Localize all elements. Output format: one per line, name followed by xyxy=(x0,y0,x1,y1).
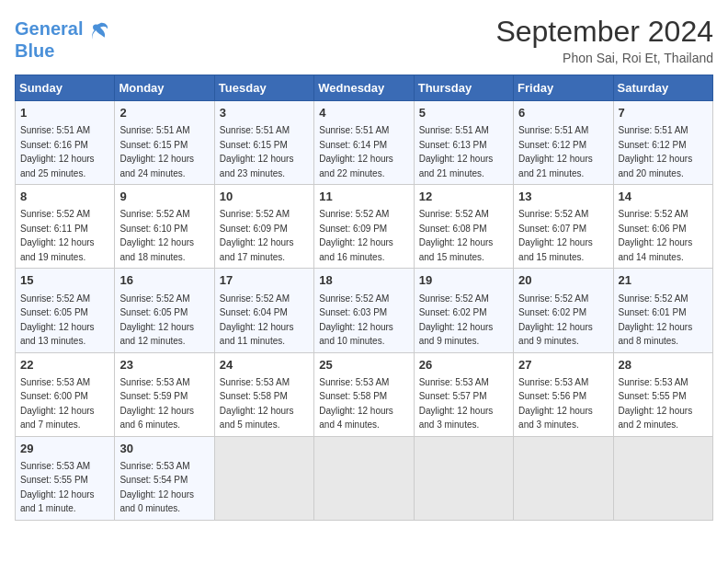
header: General Blue September 2024 Phon Sai, Ro… xyxy=(15,15,713,65)
calendar-cell xyxy=(414,436,513,520)
calendar-cell: 11Sunrise: 5:52 AMSunset: 6:09 PMDayligh… xyxy=(314,185,414,269)
day-number: 30 xyxy=(119,441,209,457)
calendar-row: 29Sunrise: 5:53 AMSunset: 5:55 PMDayligh… xyxy=(16,436,713,520)
logo: General Blue xyxy=(15,18,110,61)
day-info: Sunrise: 5:51 AMSunset: 6:12 PMDaylight:… xyxy=(619,125,693,178)
calendar-row: 8Sunrise: 5:52 AMSunset: 6:11 PMDaylight… xyxy=(16,185,713,269)
day-info: Sunrise: 5:51 AMSunset: 6:16 PMDaylight:… xyxy=(20,125,95,178)
col-monday: Monday xyxy=(115,75,214,101)
calendar-cell: 15Sunrise: 5:52 AMSunset: 6:05 PMDayligh… xyxy=(16,269,115,352)
day-number: 18 xyxy=(319,272,408,289)
calendar-cell: 14Sunrise: 5:52 AMSunset: 6:06 PMDayligh… xyxy=(613,185,712,269)
calendar-cell: 9Sunrise: 5:52 AMSunset: 6:10 PMDaylight… xyxy=(115,185,214,269)
title-area: September 2024 Phon Sai, Roi Et, Thailan… xyxy=(495,15,713,65)
day-number: 21 xyxy=(619,272,708,289)
day-info: Sunrise: 5:52 AMSunset: 6:02 PMDaylight:… xyxy=(518,293,593,347)
day-number: 17 xyxy=(220,272,309,289)
calendar-cell: 8Sunrise: 5:52 AMSunset: 6:11 PMDaylight… xyxy=(16,185,115,269)
col-saturday: Saturday xyxy=(613,75,712,101)
calendar-row: 1Sunrise: 5:51 AMSunset: 6:16 PMDaylight… xyxy=(16,101,713,185)
day-info: Sunrise: 5:52 AMSunset: 6:03 PMDaylight:… xyxy=(319,293,393,347)
day-number: 6 xyxy=(518,105,608,121)
day-info: Sunrise: 5:51 AMSunset: 6:13 PMDaylight:… xyxy=(419,125,494,178)
day-info: Sunrise: 5:53 AMSunset: 5:55 PMDaylight:… xyxy=(619,377,693,431)
calendar-cell: 10Sunrise: 5:52 AMSunset: 6:09 PMDayligh… xyxy=(214,185,313,269)
calendar-table: Sunday Monday Tuesday Wednesday Thursday… xyxy=(15,75,713,521)
calendar-row: 15Sunrise: 5:52 AMSunset: 6:05 PMDayligh… xyxy=(16,269,713,352)
calendar-cell: 29Sunrise: 5:53 AMSunset: 5:55 PMDayligh… xyxy=(16,436,115,520)
calendar-cell: 12Sunrise: 5:52 AMSunset: 6:08 PMDayligh… xyxy=(414,185,513,269)
day-number: 5 xyxy=(419,105,508,121)
day-info: Sunrise: 5:53 AMSunset: 5:57 PMDaylight:… xyxy=(419,377,494,431)
day-number: 28 xyxy=(619,357,708,373)
day-number: 29 xyxy=(20,441,109,457)
day-info: Sunrise: 5:52 AMSunset: 6:07 PMDaylight:… xyxy=(518,209,593,262)
calendar-cell: 26Sunrise: 5:53 AMSunset: 5:57 PMDayligh… xyxy=(414,352,513,436)
calendar-cell: 20Sunrise: 5:52 AMSunset: 6:02 PMDayligh… xyxy=(514,269,613,352)
logo-bird-icon xyxy=(90,20,110,40)
day-info: Sunrise: 5:52 AMSunset: 6:02 PMDaylight:… xyxy=(419,293,494,347)
day-number: 16 xyxy=(119,272,209,289)
calendar-cell: 5Sunrise: 5:51 AMSunset: 6:13 PMDaylight… xyxy=(414,101,513,185)
month-title: September 2024 xyxy=(495,15,713,49)
day-info: Sunrise: 5:51 AMSunset: 6:15 PMDaylight:… xyxy=(220,125,294,178)
day-number: 20 xyxy=(518,272,608,289)
day-info: Sunrise: 5:51 AMSunset: 6:14 PMDaylight:… xyxy=(319,125,393,178)
calendar-row: 22Sunrise: 5:53 AMSunset: 6:00 PMDayligh… xyxy=(16,352,713,436)
day-number: 22 xyxy=(20,357,109,373)
calendar-cell: 23Sunrise: 5:53 AMSunset: 5:59 PMDayligh… xyxy=(115,352,214,436)
day-info: Sunrise: 5:53 AMSunset: 5:56 PMDaylight:… xyxy=(518,377,593,431)
calendar-cell: 7Sunrise: 5:51 AMSunset: 6:12 PMDaylight… xyxy=(613,101,712,185)
day-number: 2 xyxy=(119,105,209,121)
day-info: Sunrise: 5:52 AMSunset: 6:09 PMDaylight:… xyxy=(220,209,294,262)
day-number: 11 xyxy=(319,189,408,205)
day-info: Sunrise: 5:53 AMSunset: 5:58 PMDaylight:… xyxy=(220,377,294,431)
day-number: 23 xyxy=(119,357,209,373)
calendar-cell: 25Sunrise: 5:53 AMSunset: 5:58 PMDayligh… xyxy=(314,352,414,436)
day-number: 4 xyxy=(319,105,408,121)
col-wednesday: Wednesday xyxy=(314,75,414,101)
location-title: Phon Sai, Roi Et, Thailand xyxy=(495,51,713,65)
day-info: Sunrise: 5:52 AMSunset: 6:05 PMDaylight:… xyxy=(20,293,95,347)
calendar-cell: 4Sunrise: 5:51 AMSunset: 6:14 PMDaylight… xyxy=(314,101,414,185)
day-info: Sunrise: 5:53 AMSunset: 5:59 PMDaylight:… xyxy=(119,377,194,431)
day-number: 3 xyxy=(220,105,309,121)
day-number: 1 xyxy=(20,105,109,121)
calendar-cell: 2Sunrise: 5:51 AMSunset: 6:15 PMDaylight… xyxy=(115,101,214,185)
col-tuesday: Tuesday xyxy=(214,75,313,101)
calendar-cell: 18Sunrise: 5:52 AMSunset: 6:03 PMDayligh… xyxy=(314,269,414,352)
calendar-cell: 1Sunrise: 5:51 AMSunset: 6:16 PMDaylight… xyxy=(16,101,115,185)
day-number: 7 xyxy=(619,105,708,121)
calendar-cell: 13Sunrise: 5:52 AMSunset: 6:07 PMDayligh… xyxy=(514,185,613,269)
calendar-cell: 28Sunrise: 5:53 AMSunset: 5:55 PMDayligh… xyxy=(613,352,712,436)
calendar-cell: 27Sunrise: 5:53 AMSunset: 5:56 PMDayligh… xyxy=(514,352,613,436)
day-number: 9 xyxy=(119,189,209,205)
calendar-cell: 3Sunrise: 5:51 AMSunset: 6:15 PMDaylight… xyxy=(214,101,313,185)
day-number: 24 xyxy=(220,357,309,373)
day-number: 19 xyxy=(419,272,508,289)
logo-line2: Blue xyxy=(15,40,110,61)
calendar-cell: 24Sunrise: 5:53 AMSunset: 5:58 PMDayligh… xyxy=(214,352,313,436)
calendar-cell: 19Sunrise: 5:52 AMSunset: 6:02 PMDayligh… xyxy=(414,269,513,352)
day-info: Sunrise: 5:52 AMSunset: 6:08 PMDaylight:… xyxy=(419,209,494,262)
calendar-cell xyxy=(514,436,613,520)
day-info: Sunrise: 5:53 AMSunset: 6:00 PMDaylight:… xyxy=(20,377,95,431)
day-info: Sunrise: 5:53 AMSunset: 5:55 PMDaylight:… xyxy=(20,461,95,514)
calendar-cell: 21Sunrise: 5:52 AMSunset: 6:01 PMDayligh… xyxy=(613,269,712,352)
calendar-cell: 17Sunrise: 5:52 AMSunset: 6:04 PMDayligh… xyxy=(214,269,313,352)
col-sunday: Sunday xyxy=(16,75,115,101)
day-info: Sunrise: 5:53 AMSunset: 5:58 PMDaylight:… xyxy=(319,377,393,431)
day-info: Sunrise: 5:51 AMSunset: 6:15 PMDaylight:… xyxy=(119,125,194,178)
day-info: Sunrise: 5:52 AMSunset: 6:04 PMDaylight:… xyxy=(220,293,294,347)
calendar-cell: 30Sunrise: 5:53 AMSunset: 5:54 PMDayligh… xyxy=(115,436,214,520)
calendar-cell xyxy=(314,436,414,520)
calendar-cell: 22Sunrise: 5:53 AMSunset: 6:00 PMDayligh… xyxy=(16,352,115,436)
day-info: Sunrise: 5:52 AMSunset: 6:11 PMDaylight:… xyxy=(20,209,95,262)
day-number: 12 xyxy=(419,189,508,205)
day-number: 27 xyxy=(518,357,608,373)
calendar-cell xyxy=(613,436,712,520)
day-number: 25 xyxy=(319,357,408,373)
day-info: Sunrise: 5:52 AMSunset: 6:05 PMDaylight:… xyxy=(119,293,194,347)
day-info: Sunrise: 5:51 AMSunset: 6:12 PMDaylight:… xyxy=(518,125,593,178)
day-number: 8 xyxy=(20,189,109,205)
